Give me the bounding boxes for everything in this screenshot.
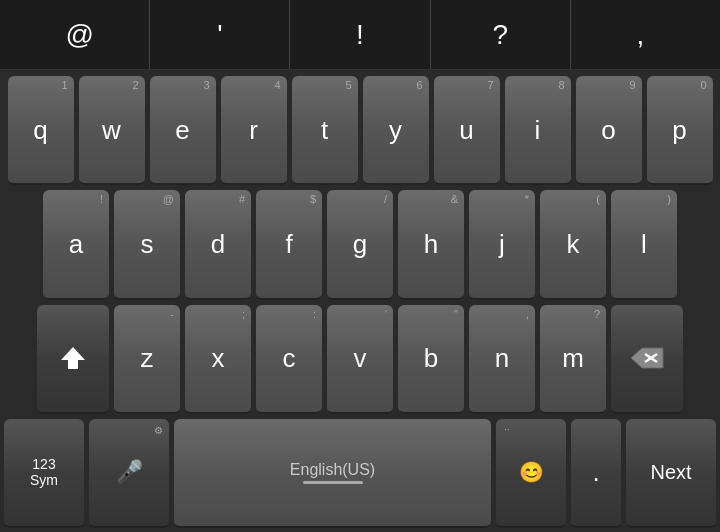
space-key[interactable]: English(US): [174, 419, 491, 528]
keyboard: 1q 2w 3e 4r 5t 6y 7u 8i 9o 0p !a @s #d $…: [0, 70, 720, 532]
shift-icon: [59, 344, 87, 372]
key-n[interactable]: ,n: [469, 305, 535, 414]
suggestion-exclamation[interactable]: !: [290, 0, 430, 69]
backspace-icon: [629, 346, 665, 370]
space-label: English(US): [290, 461, 375, 479]
mic-key[interactable]: ⚙ 🎤: [89, 419, 169, 528]
space-bar-underline: [303, 481, 363, 484]
emoji-key[interactable]: ·· 😊: [496, 419, 566, 528]
key-row-3: -z ;x :c 'v "b ,n ?m: [4, 305, 716, 414]
key-v[interactable]: 'v: [327, 305, 393, 414]
key-j[interactable]: *j: [469, 190, 535, 299]
key-r[interactable]: 4r: [221, 76, 287, 185]
key-k[interactable]: (k: [540, 190, 606, 299]
key-u[interactable]: 7u: [434, 76, 500, 185]
key-y[interactable]: 6y: [363, 76, 429, 185]
next-key[interactable]: Next: [626, 419, 716, 528]
microphone-icon: 🎤: [116, 459, 143, 485]
key-q[interactable]: 1q: [8, 76, 74, 185]
key-w[interactable]: 2w: [79, 76, 145, 185]
key-h[interactable]: &h: [398, 190, 464, 299]
key-g[interactable]: /g: [327, 190, 393, 299]
shift-key[interactable]: [37, 305, 109, 414]
key-z[interactable]: -z: [114, 305, 180, 414]
key-x[interactable]: ;x: [185, 305, 251, 414]
suggestion-comma[interactable]: ,: [571, 0, 710, 69]
key-row-bottom: 123Sym ⚙ 🎤 English(US) ·· 😊 . Next: [4, 419, 716, 528]
key-p[interactable]: 0p: [647, 76, 713, 185]
key-t[interactable]: 5t: [292, 76, 358, 185]
emoji-dots: ··: [504, 424, 510, 435]
key-a[interactable]: !a: [43, 190, 109, 299]
key-i[interactable]: 8i: [505, 76, 571, 185]
key-f[interactable]: $f: [256, 190, 322, 299]
num-sym-key[interactable]: 123Sym: [4, 419, 84, 528]
suggestion-apostrophe[interactable]: ': [150, 0, 290, 69]
backspace-key[interactable]: [611, 305, 683, 414]
key-e[interactable]: 3e: [150, 76, 216, 185]
key-b[interactable]: "b: [398, 305, 464, 414]
settings-dots: ⚙: [154, 425, 163, 436]
key-row-1: 1q 2w 3e 4r 5t 6y 7u 8i 9o 0p: [4, 76, 716, 185]
key-s[interactable]: @s: [114, 190, 180, 299]
period-key[interactable]: .: [571, 419, 621, 528]
key-c[interactable]: :c: [256, 305, 322, 414]
emoji-icon: 😊: [519, 460, 544, 484]
svg-marker-0: [61, 347, 85, 369]
key-o[interactable]: 9o: [576, 76, 642, 185]
suggestion-question[interactable]: ?: [431, 0, 571, 69]
key-l[interactable]: )l: [611, 190, 677, 299]
suggestion-at[interactable]: @: [10, 0, 150, 69]
key-row-2: !a @s #d $f /g &h *j (k )l: [4, 190, 716, 299]
key-m[interactable]: ?m: [540, 305, 606, 414]
suggestion-bar: @ ' ! ? ,: [0, 0, 720, 70]
key-d[interactable]: #d: [185, 190, 251, 299]
